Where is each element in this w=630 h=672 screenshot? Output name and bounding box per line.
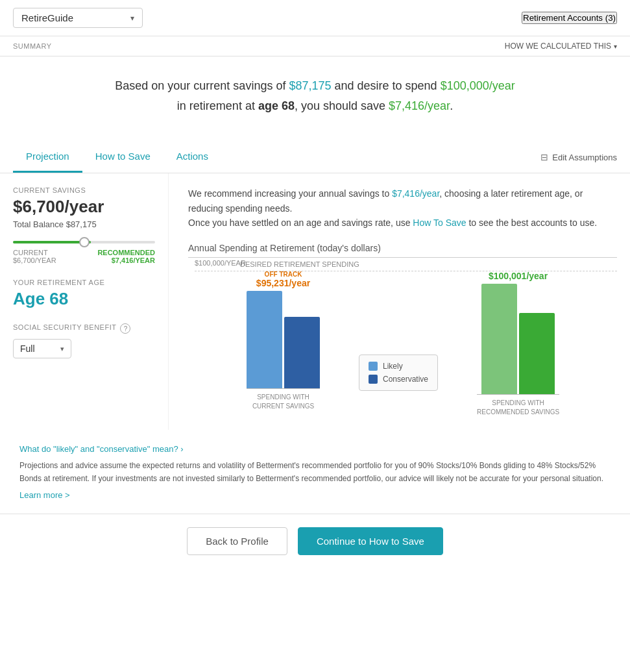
legend-conservative-label: Conservative bbox=[383, 375, 428, 384]
learn-more-link[interactable]: Learn more > bbox=[19, 490, 70, 500]
right-panel: We recommend increasing your annual savi… bbox=[169, 173, 630, 430]
social-security-value: Full bbox=[20, 343, 35, 354]
footnote-section: What do "likely" and "conservative" mean… bbox=[0, 430, 630, 506]
summary-bar: SUMMARY HOW WE CALCULATED THIS ▾ bbox=[0, 36, 630, 56]
slider-recommended-group: RECOMMENDED $7,416/YEAR bbox=[97, 249, 155, 264]
legend-likely-swatch bbox=[369, 362, 378, 371]
summary-line1: Based on your current savings of $87,175… bbox=[26, 76, 604, 96]
legend: Likely Conservative bbox=[359, 355, 438, 391]
summary-section: Based on your current savings of $87,175… bbox=[0, 56, 630, 142]
chevron-down-icon: ▾ bbox=[60, 345, 64, 353]
likely-conservative-link[interactable]: What do "likely" and "conservative" mean… bbox=[19, 444, 184, 454]
bar2-bottom-label: SPENDING WITHRECOMMENDED SAVINGS bbox=[477, 399, 559, 417]
desired-spending-label: DESIRED RETIREMENT SPENDING bbox=[240, 260, 359, 268]
bar1-stacked bbox=[247, 291, 320, 388]
slider-labels: CURRENT $6,700/YEAR RECOMMENDED $7,416/Y… bbox=[13, 249, 155, 264]
summary-prefix2: in retirement at bbox=[177, 99, 258, 112]
chart-outer: $100,000/YEAR OFF TRACK $95,231/year SPE… bbox=[188, 271, 617, 417]
footer-buttons: Back to Profile Continue to How to Save bbox=[0, 514, 630, 568]
summary-prefix1: Based on your current savings of bbox=[115, 79, 289, 92]
continue-button[interactable]: Continue to How to Save bbox=[298, 527, 443, 555]
tab-how-to-save[interactable]: How to Save bbox=[82, 142, 164, 173]
bar-group-current: OFF TRACK $95,231/year SPENDING WITHCURR… bbox=[247, 271, 320, 417]
bar1-conservative bbox=[284, 317, 320, 388]
retirement-age-label: YOUR RETIREMENT AGE bbox=[13, 279, 155, 286]
slider-recommended-label: RECOMMENDED bbox=[97, 249, 155, 256]
social-security-label: SOCIAL SECURITY BENEFIT bbox=[13, 323, 116, 331]
legend-conservative: Conservative bbox=[369, 375, 428, 384]
bar-group-recommended: $100,001/year SPENDING WITHRECOMMENDED S… bbox=[477, 271, 559, 417]
social-security-section: SOCIAL SECURITY BENEFIT ? Full ▾ bbox=[13, 323, 155, 358]
bar1-likely bbox=[247, 291, 282, 388]
accounts-button-wrapper: Retirement Accounts (3) bbox=[522, 12, 617, 24]
main-content: CURRENT SAVINGS $6,700/year Total Balanc… bbox=[0, 173, 630, 430]
bar2-amount: $100,001/year bbox=[489, 271, 548, 281]
how-calculated-link[interactable]: HOW WE CALCULATED THIS ▾ bbox=[505, 42, 617, 51]
desired-spending-line bbox=[195, 271, 617, 271]
rec-suffix2: to see the best accounts to use. bbox=[466, 218, 598, 228]
tabs-bar: Projection How to Save Actions ⊟ Edit As… bbox=[0, 142, 630, 173]
rec-prefix2: Once you have settled on an age and savi… bbox=[188, 218, 413, 228]
current-savings-section: CURRENT SAVINGS $6,700/year Total Balanc… bbox=[13, 186, 155, 229]
slider-recommended-value: $7,416/YEAR bbox=[97, 256, 155, 264]
rec-how-to-save-link[interactable]: How To Save bbox=[413, 218, 466, 228]
retirement-age-section: YOUR RETIREMENT AGE Age 68 bbox=[13, 279, 155, 309]
bar1-bottom-label: SPENDING WITHCURRENT SAVINGS bbox=[252, 393, 314, 411]
tabs: Projection How to Save Actions bbox=[13, 142, 221, 173]
chevron-down-icon: ▾ bbox=[130, 14, 134, 23]
bar1-status-label: OFF TRACK bbox=[256, 271, 310, 278]
edit-assumptions-button[interactable]: ⊟ Edit Assumptions bbox=[540, 152, 617, 162]
total-balance: Total Balance $87,175 bbox=[13, 219, 155, 229]
settings-icon: ⊟ bbox=[540, 152, 548, 162]
bar1-amount: $95,231/year bbox=[256, 278, 310, 288]
current-savings-label: CURRENT SAVINGS bbox=[13, 186, 155, 194]
rec-amount-link[interactable]: $7,416/year bbox=[392, 188, 439, 199]
summary-line2: in retirement at age 68, you should save… bbox=[26, 96, 604, 116]
summary-label: SUMMARY bbox=[13, 42, 52, 50]
tab-actions[interactable]: Actions bbox=[164, 142, 221, 173]
slider-track[interactable] bbox=[13, 241, 155, 243]
edit-assumptions-label: Edit Assumptions bbox=[552, 153, 617, 162]
retirement-age-text: age 68 bbox=[258, 99, 295, 112]
chart-divider bbox=[188, 257, 617, 258]
app-selector[interactable]: RetireGuide ▾ bbox=[13, 8, 143, 28]
legend-likely: Likely bbox=[369, 362, 428, 371]
spend-link[interactable]: $100,000/year bbox=[441, 79, 515, 92]
current-savings-value: $6,700/year bbox=[13, 197, 155, 217]
slider-current-group: CURRENT $6,700/YEAR bbox=[13, 249, 56, 264]
bar2-stacked bbox=[481, 284, 555, 394]
legend-conservative-swatch bbox=[369, 375, 378, 384]
summary-mid1: and desire to spend bbox=[332, 79, 441, 92]
slider-current-value: $6,700/YEAR bbox=[13, 256, 56, 264]
legend-likely-label: Likely bbox=[383, 362, 403, 371]
social-security-help-icon[interactable]: ? bbox=[120, 323, 130, 334]
accounts-button[interactable]: Retirement Accounts (3) bbox=[522, 12, 617, 24]
chart-title: Annual Spending at Retirement (today's d… bbox=[188, 243, 617, 253]
chart-bars-area: $100,000/YEAR OFF TRACK $95,231/year SPE… bbox=[195, 271, 617, 417]
slider-current-label: CURRENT bbox=[13, 249, 56, 256]
header: RetireGuide ▾ Retirement Accounts (3) bbox=[0, 0, 630, 36]
savings-slider[interactable]: CURRENT $6,700/YEAR RECOMMENDED $7,416/Y… bbox=[13, 241, 155, 264]
bar2-conservative bbox=[519, 313, 555, 394]
rec-prefix1: We recommend increasing your annual savi… bbox=[188, 188, 392, 199]
recommendation-text: We recommend increasing your annual savi… bbox=[188, 186, 617, 230]
current-savings-link[interactable]: $87,175 bbox=[289, 79, 331, 92]
summary-suffix2: . bbox=[450, 99, 453, 112]
tab-projection[interactable]: Projection bbox=[13, 142, 82, 173]
summary-mid2: , you should save bbox=[295, 99, 389, 112]
social-security-dropdown[interactable]: Full ▾ bbox=[13, 339, 71, 358]
how-calculated-text: HOW WE CALCULATED THIS bbox=[505, 42, 611, 51]
bar2-likely bbox=[481, 284, 517, 394]
chart-section: Annual Spending at Retirement (today's d… bbox=[188, 243, 617, 417]
left-panel: CURRENT SAVINGS $6,700/year Total Balanc… bbox=[0, 173, 169, 430]
y-axis-dollar-label: $100,000/YEAR bbox=[195, 259, 246, 267]
save-amount-link[interactable]: $7,416/year bbox=[389, 99, 450, 112]
slider-thumb[interactable] bbox=[79, 237, 90, 247]
chevron-down-icon: ▾ bbox=[614, 43, 617, 50]
app-name: RetireGuide bbox=[21, 12, 73, 23]
retirement-age-value: Age 68 bbox=[13, 289, 155, 309]
back-to-profile-button[interactable]: Back to Profile bbox=[187, 527, 287, 555]
footnote-text: Projections and advice assume the expect… bbox=[19, 460, 617, 484]
